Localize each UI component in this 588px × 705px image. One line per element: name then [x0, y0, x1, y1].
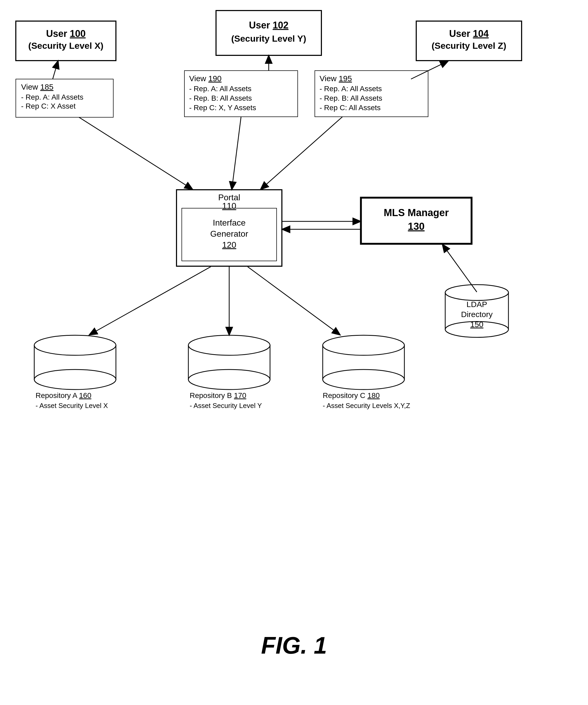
diagram-container — [0, 0, 588, 705]
ldap-node — [445, 290, 508, 343]
view-185-node — [16, 79, 113, 117]
user-100-node — [16, 21, 116, 61]
repository-c-node — [323, 335, 404, 388]
repository-a-node — [34, 335, 116, 388]
user-102-node — [216, 10, 322, 55]
user-104-node — [416, 21, 522, 61]
figure-caption — [237, 632, 342, 659]
repository-b-node — [188, 335, 270, 388]
mls-manager-node — [361, 198, 472, 244]
portal-node — [177, 190, 282, 266]
view-190-node — [184, 70, 298, 117]
view-195-node — [315, 70, 428, 117]
